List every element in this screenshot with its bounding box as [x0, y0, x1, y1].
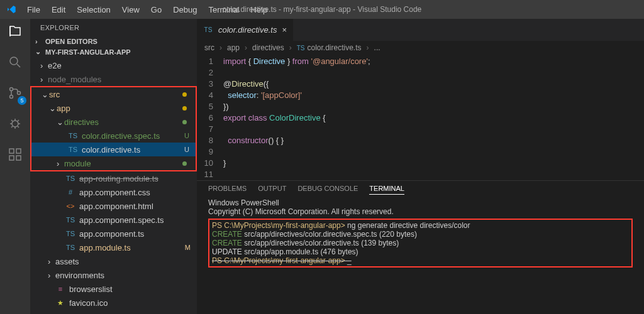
line-numbers: 1234567891011 — [197, 56, 223, 180]
vscode-icon — [0, 4, 22, 14]
tree-file-cts[interactable]: TSapp.component.ts — [30, 227, 197, 241]
scm-badge: 5 — [18, 96, 26, 105]
breadcrumb[interactable]: src app directives TS color.directive.ts… — [197, 41, 644, 55]
tree-folder-module[interactable]: ›module — [31, 156, 196, 170]
ts-icon: TS — [65, 216, 75, 224]
menu-view[interactable]: View — [117, 3, 145, 17]
tree-file-index[interactable]: <>index.html — [30, 310, 197, 314]
activity-scm-icon[interactable]: 5 — [8, 85, 23, 102]
html-icon: <> — [65, 202, 75, 210]
activity-explorer-icon[interactable] — [8, 24, 23, 41]
explorer-title: EXPLORER — [30, 19, 197, 36]
tree-folder-e2e[interactable]: ›e2e — [30, 58, 197, 72]
tree-file-chtml[interactable]: <>app.component.html — [30, 199, 197, 213]
close-icon[interactable]: × — [282, 25, 287, 35]
menu-selection[interactable]: Selection — [72, 3, 115, 17]
highlight-box-terminal: PS C:\MyProjects\my-first-angular-app> n… — [208, 219, 633, 268]
tree-folder-src[interactable]: ⌄src — [31, 87, 196, 101]
titlebar: File Edit Selection View Go Debug Termin… — [0, 0, 644, 19]
tree-folder-assets[interactable]: ›assets — [30, 254, 197, 268]
code-lines: import { Directive } from '@angular/core… — [223, 56, 370, 180]
panel-tab-problems[interactable]: PROBLEMS — [208, 185, 247, 195]
highlight-box-tree: ⌄src ⌄app ⌄directives TScolor.directive.… — [30, 86, 197, 171]
panel-tab-output[interactable]: OUTPUT — [258, 185, 286, 195]
svg-rect-8 — [16, 149, 21, 153]
editor-area: TS color.directive.ts × src app directiv… — [197, 19, 644, 314]
activity-debug-icon[interactable] — [8, 116, 23, 133]
explorer-sidebar: EXPLORER ›OPEN EDITORS ⌄MY-FIRST-ANGULAR… — [30, 19, 197, 314]
section-folder[interactable]: ⌄MY-FIRST-ANGULAR-APP — [30, 46, 197, 57]
panel-tab-debug-console[interactable]: DEBUG CONSOLE — [297, 185, 358, 195]
ts-icon: TS — [65, 244, 75, 251]
list-icon: ≡ — [55, 285, 65, 293]
svg-point-2 — [10, 95, 13, 99]
tree-file-directive[interactable]: TScolor.directive.tsU — [31, 143, 196, 156]
code-editor[interactable]: 1234567891011 import { Directive } from … — [197, 55, 644, 180]
tree-file-routing[interactable]: TSapp-routing.module.ts — [30, 171, 197, 185]
ts-icon: TS — [68, 146, 78, 153]
svg-point-1 — [10, 88, 13, 91]
activity-bar: 5 — [0, 19, 30, 314]
panel-tab-terminal[interactable]: TERMINAL — [369, 185, 404, 195]
ts-icon: TS — [65, 175, 75, 182]
svg-rect-7 — [16, 156, 21, 160]
tree-file-favicon[interactable]: ★favicon.ico — [30, 296, 197, 310]
tree-file-appmodule[interactable]: TSapp.module.tsM — [30, 241, 197, 254]
panel-tabs: PROBLEMS OUTPUT DEBUG CONSOLE TERMINAL — [197, 181, 644, 197]
menu-edit[interactable]: Edit — [47, 3, 70, 17]
tree-folder-app[interactable]: ⌄app — [31, 101, 196, 115]
css-icon: # — [65, 188, 75, 196]
tree-file-ccss[interactable]: #app.component.css — [30, 185, 197, 199]
menu-go[interactable]: Go — [146, 3, 167, 17]
ts-icon: TS — [65, 230, 75, 237]
activity-extensions-icon[interactable] — [8, 147, 23, 164]
tree-file-spec[interactable]: TScolor.directive.spec.tsU — [31, 129, 196, 143]
section-open-editors[interactable]: ›OPEN EDITORS — [30, 36, 197, 46]
activity-search-icon[interactable] — [8, 55, 23, 72]
editor-tabs: TS color.directive.ts × — [197, 19, 644, 41]
tree-folder-directives[interactable]: ⌄directives — [31, 115, 196, 129]
tree-folder-env[interactable]: ›environments — [30, 268, 197, 282]
menu-debug[interactable]: Debug — [168, 3, 202, 17]
bottom-panel: PROBLEMS OUTPUT DEBUG CONSOLE TERMINAL W… — [197, 180, 644, 281]
tree-file-cspec[interactable]: TSapp.component.spec.ts — [30, 213, 197, 227]
svg-rect-6 — [9, 156, 14, 160]
tab-color-directive[interactable]: TS color.directive.ts × — [197, 19, 294, 41]
terminal[interactable]: Windows PowerShell Copyright (C) Microso… — [197, 197, 644, 269]
svg-point-3 — [18, 92, 21, 95]
tree-file-browserslist[interactable]: ≡browserslist — [30, 282, 197, 296]
window-title: color.directive.ts - my-first-angular-ap… — [223, 5, 422, 14]
svg-point-4 — [12, 121, 18, 127]
star-icon: ★ — [55, 299, 65, 307]
file-tree: ›e2e ›node_modules ⌄src ⌄app ⌄directives… — [30, 57, 197, 314]
svg-rect-5 — [9, 149, 14, 153]
ts-icon: TS — [203, 26, 213, 33]
ts-icon: TS — [68, 132, 78, 139]
svg-point-0 — [10, 57, 18, 65]
tree-folder-node-modules[interactable]: ›node_modules — [30, 72, 197, 86]
menu-file[interactable]: File — [22, 3, 45, 17]
